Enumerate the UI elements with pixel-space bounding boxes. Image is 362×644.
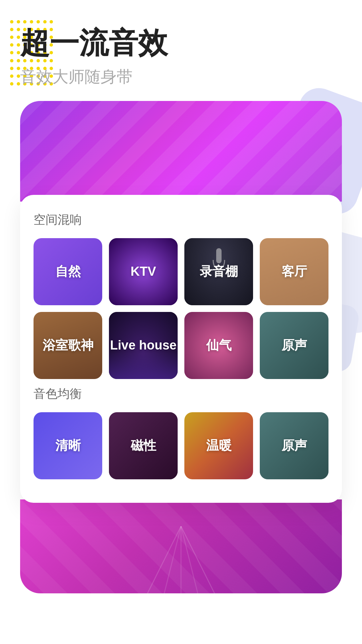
effect-livingroom-label: 客厅 [282, 263, 307, 280]
effect-fairy-label: 仙气 [206, 337, 232, 354]
effect-ktv[interactable]: KTV [109, 238, 178, 305]
phone-screen-bottom [20, 499, 342, 593]
effect-recording-label: 录音棚 [200, 263, 238, 280]
effect-bathroom-label: 浴室歌神 [43, 337, 94, 354]
effect-livehouse[interactable]: Live house [109, 312, 178, 379]
effect-warm[interactable]: 温暖 [184, 412, 253, 479]
effect-magnetic-label: 磁性 [131, 437, 156, 454]
effect-clear-label: 清晰 [55, 437, 81, 454]
effect-original-2-label: 原声 [282, 437, 307, 454]
reverb-row-1: 自然 KTV 录音棚 客厅 [34, 238, 328, 305]
effect-fairy[interactable]: 仙气 [184, 312, 253, 379]
eq-row-1: 清晰 磁性 温暖 原声 [34, 412, 328, 479]
phone-screen-top [20, 101, 342, 202]
section1-label: 空间混响 [34, 212, 328, 228]
effect-warm-label: 温暖 [206, 437, 232, 454]
effect-ktv-label: KTV [131, 263, 156, 280]
effect-original-1[interactable]: 原声 [260, 312, 328, 379]
effect-natural[interactable]: 自然 [34, 238, 102, 305]
effects-panel: 空间混响 自然 KTV 录音棚 [20, 195, 342, 503]
bottom-decoration [131, 526, 231, 593]
reverb-row-2: 浴室歌神 Live house 仙气 原声 [34, 312, 328, 379]
header-section: 超一流音效 音效大师随身带 [0, 0, 362, 88]
svg-rect-0 [216, 248, 222, 263]
effect-magnetic[interactable]: 磁性 [109, 412, 178, 479]
effect-recording[interactable]: 录音棚 [184, 238, 253, 305]
effect-livingroom[interactable]: 客厅 [260, 238, 328, 305]
effect-livehouse-label: Live house [110, 337, 177, 354]
effect-original-2[interactable]: 原声 [260, 412, 328, 479]
sub-title: 音效大师随身带 [20, 66, 362, 88]
phone-container: 空间混响 自然 KTV 录音棚 [20, 101, 342, 593]
effect-original-1-label: 原声 [282, 337, 307, 354]
effect-bathroom[interactable]: 浴室歌神 [34, 312, 102, 379]
crowd-decoration [109, 352, 178, 379]
main-title: 超一流音效 [20, 27, 362, 59]
effect-natural-label: 自然 [55, 263, 81, 280]
effect-clear[interactable]: 清晰 [34, 412, 102, 479]
section2-label: 音色均衡 [34, 386, 328, 402]
